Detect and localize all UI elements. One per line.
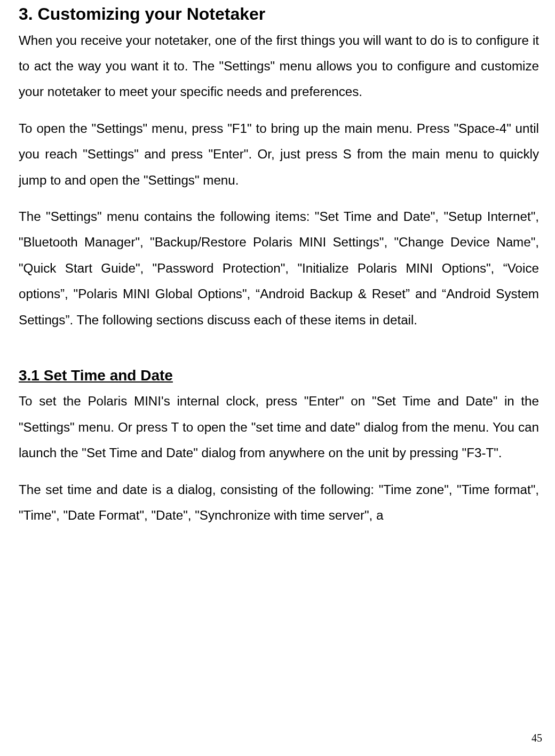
subsection-heading: 3.1 Set Time and Date bbox=[19, 366, 539, 385]
body-paragraph: The set time and date is a dialog, consi… bbox=[19, 477, 539, 529]
body-paragraph: To open the "Settings" menu, press "F1" … bbox=[19, 116, 539, 193]
document-page: 3. Customizing your Notetaker When you r… bbox=[0, 0, 555, 528]
section-heading: 3. Customizing your Notetaker bbox=[19, 3, 539, 26]
body-paragraph: When you receive your notetaker, one of … bbox=[19, 28, 539, 105]
body-paragraph: To set the Polaris MINI's internal clock… bbox=[19, 388, 539, 466]
page-number: 45 bbox=[532, 732, 542, 744]
section-spacer bbox=[19, 344, 539, 366]
body-paragraph: The "Settings" menu contains the followi… bbox=[19, 204, 539, 333]
